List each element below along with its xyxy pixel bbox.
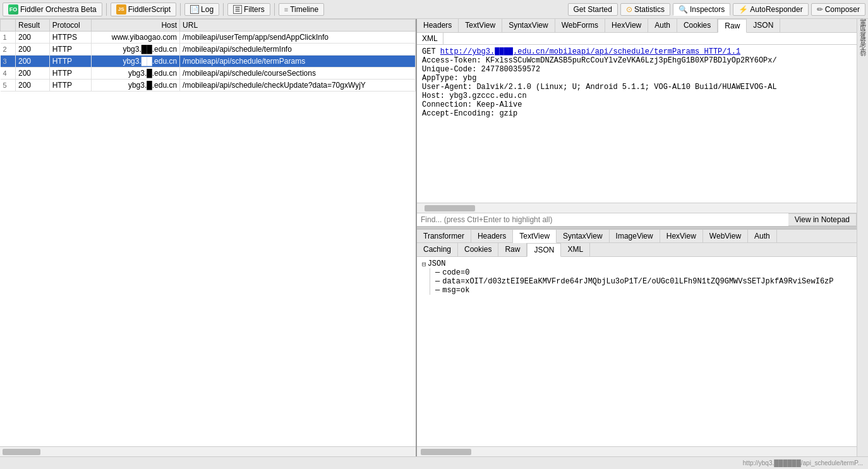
fiddlerscript-button[interactable]: JS FiddlerScript <box>111 3 176 16</box>
request-tab-hexview[interactable]: HexView <box>605 19 648 32</box>
status-bar: http://ybq3.██████/api_schedule/termP... <box>0 456 868 469</box>
request-horizontal-scrollbar[interactable] <box>417 203 857 213</box>
json-tree: ⊟JSON─code=0─data=xOIT/d03ztEI9EEaKMVFrd… <box>422 259 852 295</box>
response-horizontal-scrollbar[interactable] <box>417 446 857 456</box>
far-right-item: 编 <box>859 19 867 24</box>
response-subtab-json[interactable]: JSON <box>527 243 561 257</box>
col-num <box>1 20 16 32</box>
col-url[interactable]: URL <box>180 20 416 32</box>
request-tab-webforms[interactable]: WebForms <box>555 19 605 32</box>
request-url-link[interactable]: http://ybg3.████.edu.cn/mobileapi/api/sc… <box>440 47 740 56</box>
xml-tab[interactable]: XML <box>417 33 443 44</box>
fiddler-orchestra-button[interactable]: FO Fiddler Orchestra Beta <box>3 3 102 16</box>
request-tab-headers[interactable]: Headers <box>417 19 459 32</box>
find-input[interactable] <box>417 213 788 226</box>
table-row[interactable]: 5 200 HTTP ybg3.█.edu.cn /mobileapi/api/… <box>1 80 416 92</box>
filter-icon: ☰ <box>233 5 242 14</box>
json-value: ok <box>461 286 469 295</box>
response-tab-textview[interactable]: TextView <box>513 230 557 243</box>
table-header-row: Result Protocol Host URL <box>1 20 416 32</box>
main-toolbar: FO Fiddler Orchestra Beta JS FiddlerScri… <box>0 0 868 19</box>
col-protocol[interactable]: Protocol <box>49 20 91 32</box>
view-in-notepad-button[interactable]: View in Notepad <box>788 213 857 226</box>
response-tab-imageview[interactable]: ImageView <box>610 230 660 242</box>
row-host: ybg3.██.edu.cn <box>91 56 179 68</box>
left-horizontal-scrollbar[interactable] <box>0 446 416 456</box>
inspectors-button[interactable]: 🔍 Inspectors <box>673 3 730 16</box>
row-result: 200 <box>16 32 50 44</box>
response-subtab-cookies[interactable]: Cookies <box>458 243 498 256</box>
response-subtab-raw[interactable]: Raw <box>498 243 527 256</box>
json-children: ─code=0─data=xOIT/d03ztEI9EEaKMVFrde64rJ… <box>430 268 852 295</box>
row-url: /mobileapi/api/schedule/checkUpdate?data… <box>180 80 416 92</box>
response-tab-headers[interactable]: Headers <box>471 230 513 242</box>
row-result: 200 <box>16 44 50 56</box>
timeline-label: Timeline <box>290 5 318 14</box>
row-url: /mobileapi/api/schedule/termParams <box>180 56 416 68</box>
request-tab-json[interactable]: JSON <box>747 19 780 32</box>
json-bullet: ─ <box>435 277 440 286</box>
composer-label: Composer <box>825 5 860 14</box>
response-tab-syntaxview[interactable]: SyntaxView <box>557 230 609 242</box>
json-value: 0 <box>465 268 469 277</box>
fo-label: Fiddler Orchestra Beta <box>20 5 97 14</box>
response-subtab-caching[interactable]: Caching <box>417 243 458 256</box>
log-icon: 📄 <box>190 5 199 14</box>
xml-tag-row: XML <box>417 33 857 45</box>
row-host: ybg3.█.edu.cn <box>91 68 179 80</box>
row-url: /mobileapi/api/schedule/courseSections <box>180 68 416 80</box>
table-row[interactable]: 2 200 HTTP ybg3.██.edu.cn /mobileapi/api… <box>1 44 416 56</box>
fs-icon: JS <box>116 4 126 15</box>
response-subtab-xml[interactable]: XML <box>561 243 590 256</box>
far-right-item: 加 <box>859 34 867 39</box>
inspectors-panel: HeadersTextViewSyntaxViewWebFormsHexView… <box>417 19 857 456</box>
status-right: http://ybq3.██████/api_schedule/termP... <box>743 460 863 466</box>
statistics-icon: ⊙ <box>626 5 632 14</box>
row-host: www.yibaogao.com <box>91 32 179 44</box>
far-right-item: 被 <box>859 44 867 49</box>
request-scroll-thumb[interactable] <box>425 205 475 211</box>
get-started-button[interactable]: Get Started <box>568 3 618 16</box>
response-tab-webview[interactable]: WebView <box>703 230 748 242</box>
table-row[interactable]: 3 200 HTTP ybg3.██.edu.cn /mobileapi/api… <box>1 56 416 68</box>
left-scroll-thumb[interactable] <box>3 449 40 455</box>
fo-icon: FO <box>8 4 18 15</box>
response-tab-transformer[interactable]: Transformer <box>417 230 471 242</box>
json-key: code= <box>442 268 465 277</box>
row-num: 4 <box>1 68 16 80</box>
col-result[interactable]: Result <box>16 20 50 32</box>
autoresponder-button[interactable]: ⚡ AutoResponder <box>733 3 808 16</box>
response-tab-hexview[interactable]: HexView <box>660 230 703 242</box>
request-tab-auth[interactable]: Auth <box>648 19 677 32</box>
response-content-area[interactable]: ⊟JSON─code=0─data=xOIT/d03ztEI9EEaKMVFrd… <box>417 257 857 446</box>
json-root-expander[interactable]: ⊟ <box>422 260 426 268</box>
request-tab-cookies[interactable]: Cookies <box>677 19 718 32</box>
autoresponder-icon: ⚡ <box>738 5 748 14</box>
row-protocol: HTTP <box>49 56 91 68</box>
json-bullet: ─ <box>435 268 440 277</box>
request-tab-raw[interactable]: Raw <box>718 19 747 33</box>
response-tab-auth[interactable]: Auth <box>748 230 777 242</box>
table-row[interactable]: 4 200 HTTP ybg3.█.edu.cn /mobileapi/api/… <box>1 68 416 80</box>
far-right-item: 待 <box>859 59 867 64</box>
request-content-area[interactable]: GET http://ybg3.████.edu.cn/mobileapi/ap… <box>417 45 857 203</box>
request-tab-syntaxview[interactable]: SyntaxView <box>502 19 555 32</box>
statistics-button[interactable]: ⊙ Statistics <box>620 3 670 16</box>
response-tab-bar: TransformerHeadersTextViewSyntaxViewImag… <box>417 229 857 243</box>
timeline-icon: ≡ <box>284 6 288 13</box>
col-host[interactable]: Host <box>91 20 179 32</box>
session-scroll-area[interactable]: Result Protocol Host URL 1 200 HTTPS www… <box>0 19 416 446</box>
response-scroll-thumb[interactable] <box>421 449 471 455</box>
filters-button[interactable]: ☰ Filters <box>227 3 270 16</box>
table-row[interactable]: 1 200 HTTPS www.yibaogao.com /mobileapi/… <box>1 32 416 44</box>
timeline-button[interactable]: ≡ Timeline <box>279 3 324 16</box>
row-num: 3 <box>1 56 16 68</box>
get-started-label: Get Started <box>574 5 612 14</box>
row-host: ybg3.█.edu.cn <box>91 80 179 92</box>
far-right-item: 重 <box>859 29 867 34</box>
request-tab-textview[interactable]: TextView <box>459 19 502 32</box>
log-button[interactable]: 📄 Log <box>184 3 219 16</box>
composer-button[interactable]: ✏ Composer <box>811 3 865 16</box>
session-list-panel: Result Protocol Host URL 1 200 HTTPS www… <box>0 19 417 456</box>
far-right-item: 叁 <box>859 39 867 44</box>
